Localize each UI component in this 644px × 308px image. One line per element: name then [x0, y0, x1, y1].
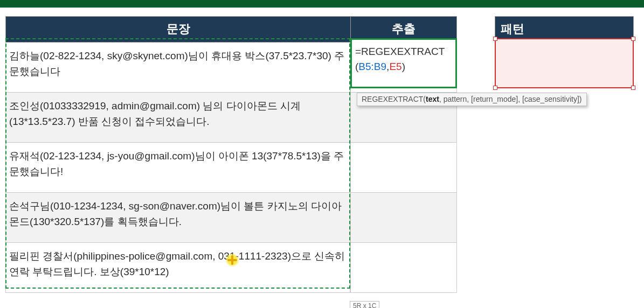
- extract-cell[interactable]: [350, 143, 457, 193]
- sentence-cell[interactable]: 김하늘(02-822-1234, sky@skynet.com)님이 휴대용 박…: [5, 43, 350, 93]
- sentence-cell[interactable]: 필리핀 경찰서(philippines-police@gmail.com, 03…: [5, 243, 350, 293]
- tooltip-text: , pattern, [return_mode], [case_sensitiv…: [439, 95, 582, 103]
- pattern-ref-cell[interactable]: [495, 38, 634, 88]
- tooltip-fn: REGEXEXTRACT: [362, 95, 423, 103]
- extract-cell[interactable]: [350, 243, 457, 293]
- selection-handle[interactable]: [493, 37, 497, 41]
- selection-handle[interactable]: [631, 86, 635, 90]
- sentence-cell[interactable]: 유재석(02-123-1234, js-you@gmail.com)님이 아이폰…: [5, 143, 350, 193]
- formula-text: =: [355, 46, 361, 57]
- tooltip-arg-bold: text: [426, 95, 439, 103]
- extract-cell[interactable]: [350, 193, 457, 243]
- formula-ref1: B5:B9: [358, 61, 386, 72]
- header-sentence[interactable]: 문장: [5, 16, 350, 43]
- spreadsheet-area: 문장 김하늘(02-822-1234, sky@skynet.com)님이 휴대…: [0, 8, 644, 293]
- column-sentence: 문장 김하늘(02-822-1234, sky@skynet.com)님이 휴대…: [5, 16, 350, 293]
- blank-cell[interactable]: [457, 38, 495, 88]
- sentence-cell[interactable]: 조인성(01033332919, admin@gmail.com) 님의 다이아…: [5, 93, 350, 143]
- function-tooltip: REGEXEXTRACT(text, pattern, [return_mode…: [357, 93, 587, 106]
- selection-dimension-badge: 5R x 1C: [350, 301, 379, 308]
- formula-text: ): [402, 61, 405, 72]
- window-top-bar: [0, 0, 644, 8]
- sentence-cell[interactable]: 손석구님(010-1234-1234, sg-son@naver.com)님이 …: [5, 193, 350, 243]
- active-formula-cell[interactable]: =REGEXEXTRACT(B5:B9,E5): [350, 38, 457, 88]
- selection-handle[interactable]: [631, 37, 635, 41]
- spacer-column: [457, 16, 495, 88]
- formula-ref2: E5: [389, 61, 401, 72]
- selection-handle[interactable]: [493, 86, 497, 90]
